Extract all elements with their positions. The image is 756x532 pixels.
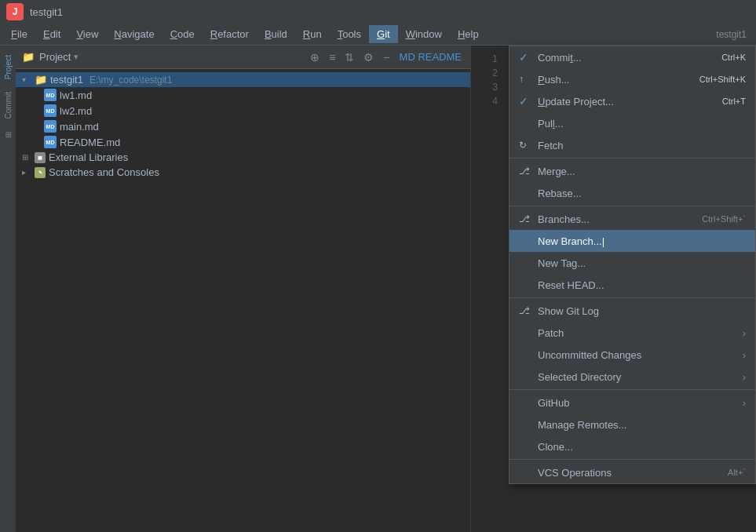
sidebar-tab-project[interactable]: Project — [2, 49, 14, 86]
menu-build[interactable]: Build — [257, 25, 295, 43]
git-menu-new-branch[interactable]: New Branch...| — [509, 230, 755, 252]
git-dropdown-menu: ✓ Commit... Ctrl+K ↑ Push... Ctrl+Shift+… — [509, 46, 756, 484]
branches-icon: ⎇ — [519, 213, 531, 224]
branches-label: Branches... — [538, 213, 696, 225]
menu-git-label: Git — [377, 28, 390, 40]
file-label-lw2: lw2.md — [60, 105, 92, 117]
line-num-2: 2 — [471, 66, 498, 80]
tree-item-main[interactable]: MD main.md — [16, 118, 470, 134]
git-menu-pull[interactable]: Pull... — [509, 112, 755, 134]
update-shortcut: Ctrl+T — [722, 97, 746, 106]
menu-run-label: Run — [303, 28, 322, 40]
update-check-icon: ✓ — [519, 95, 531, 107]
branches-shortcut: Ctrl+Shift+` — [702, 214, 746, 224]
git-menu-rebase[interactable]: Rebase... — [509, 182, 755, 204]
tree-item-lw2[interactable]: MD lw2.md — [16, 103, 470, 118]
git-menu-reset-head[interactable]: Reset HEAD... — [509, 274, 755, 296]
merge-icon: ⎇ — [519, 166, 531, 177]
git-menu-branches[interactable]: ⎇ Branches... Ctrl+Shift+` — [509, 208, 755, 230]
tree-item-scratches[interactable]: ▸ ✎ Scratches and Consoles — [16, 165, 470, 180]
menu-window[interactable]: Window — [398, 25, 450, 43]
side-icons: Project Commit ⊞ — [0, 46, 16, 532]
collapse-all-btn[interactable]: ≡ — [327, 49, 338, 65]
locate-file-btn[interactable]: ⊕ — [308, 49, 322, 65]
uncommitted-changes-label: Uncommitted Changes — [538, 349, 736, 361]
pull-label: Pull... — [538, 118, 746, 129]
ext-libs-icon: ▦ — [35, 152, 46, 163]
git-menu-update-project[interactable]: ✓ Update Project... Ctrl+T — [509, 90, 755, 112]
window-title: testgit1 — [30, 6, 63, 18]
file-icon-lw2: MD — [44, 104, 57, 117]
menu-refactor-label: Refactor — [210, 28, 249, 40]
git-menu-new-tag[interactable]: New Tag... — [509, 252, 755, 274]
menu-window-label: Window — [406, 28, 442, 40]
git-log-icon: ⎇ — [519, 305, 531, 316]
tree-item-ext-libs[interactable]: ⊞ ▦ External Libraries — [16, 150, 470, 165]
menu-file[interactable]: File — [3, 25, 35, 43]
menu-refactor[interactable]: Refactor — [203, 25, 257, 43]
git-menu-fetch[interactable]: ↻ Fetch — [509, 134, 755, 156]
selected-dir-arrow-icon: › — [743, 371, 746, 383]
panel-actions: ⊕ ≡ ⇅ ⚙ − MD README — [308, 49, 464, 65]
clone-label: Clone... — [538, 441, 746, 453]
menu-edit-label: Edit — [43, 28, 60, 40]
root-path: E:\my_code\testgit1 — [89, 75, 172, 86]
tree-item-lw1[interactable]: MD lw1.md — [16, 87, 470, 103]
git-menu-vcs-operations[interactable]: VCS Operations Alt+` — [509, 461, 755, 483]
menu-help[interactable]: Help — [450, 25, 487, 43]
push-label: Push... — [538, 74, 693, 86]
hide-panel-btn[interactable]: − — [381, 49, 392, 65]
file-icon-lw1: MD — [44, 89, 57, 101]
file-label-lw1: lw1.md — [60, 89, 92, 101]
tree-root-item[interactable]: ▾ 📁 testgit1 E:\my_code\testgit1 — [16, 72, 470, 87]
menu-navigate-label: Navigate — [114, 28, 154, 40]
expand-btn[interactable]: ⇅ — [342, 49, 356, 65]
git-menu-push[interactable]: ↑ Push... Ctrl+Shift+K — [509, 68, 755, 90]
menu-edit[interactable]: Edit — [35, 25, 68, 43]
root-folder-icon: 📁 — [35, 74, 47, 86]
root-label: testgit1 — [50, 74, 83, 86]
git-menu-show-git-log[interactable]: ⎇ Show Git Log — [509, 300, 755, 322]
separator-2 — [509, 206, 755, 206]
menu-tools-label: Tools — [338, 28, 361, 40]
git-menu-selected-directory[interactable]: Selected Directory › — [509, 366, 755, 388]
panel-title: Project ▾ — [39, 51, 79, 63]
git-menu-github[interactable]: GitHub › — [509, 392, 755, 414]
root-expand-arrow: ▾ — [22, 75, 31, 84]
sidebar-tab-structure[interactable]: ⊞ — [2, 126, 14, 144]
menu-file-label: File — [11, 28, 27, 40]
git-menu-patch[interactable]: Patch › — [509, 322, 755, 344]
manage-remotes-label: Manage Remotes... — [538, 419, 746, 431]
github-label: GitHub — [538, 397, 736, 409]
menu-code-label: Code — [170, 28, 195, 40]
fetch-icon: ↻ — [519, 140, 531, 151]
git-menu-commit[interactable]: ✓ Commit... Ctrl+K — [509, 46, 755, 68]
ext-libs-arrow: ⊞ — [22, 153, 31, 162]
readme-tab[interactable]: MD README — [397, 49, 464, 64]
uncommitted-arrow-icon: › — [743, 349, 746, 361]
panel-dropdown-arrow[interactable]: ▾ — [74, 52, 79, 62]
menu-navigate[interactable]: Navigate — [106, 25, 162, 43]
commit-check-icon: ✓ — [519, 51, 531, 64]
settings-btn[interactable]: ⚙ — [361, 49, 376, 65]
line-num-1: 1 — [471, 52, 498, 66]
tree-item-readme[interactable]: MD README.md — [16, 134, 470, 150]
menu-view[interactable]: View — [68, 25, 106, 43]
git-menu-clone[interactable]: Clone... — [509, 435, 755, 457]
menu-git[interactable]: Git — [369, 25, 398, 43]
menu-help-label: Help — [458, 28, 479, 40]
app-icon: J — [6, 3, 24, 20]
menu-run[interactable]: Run — [295, 25, 330, 43]
git-menu-manage-remotes[interactable]: Manage Remotes... — [509, 414, 755, 435]
show-git-log-label: Show Git Log — [538, 305, 746, 317]
file-label-main: main.md — [60, 121, 99, 133]
menu-code[interactable]: Code — [163, 25, 203, 43]
git-menu-uncommitted-changes[interactable]: Uncommitted Changes › — [509, 344, 755, 366]
menu-tools[interactable]: Tools — [330, 25, 369, 43]
github-arrow-icon: › — [743, 397, 746, 409]
sidebar-tab-commit[interactable]: Commit — [2, 86, 14, 125]
line-num-4: 4 — [471, 94, 498, 108]
file-icon-main: MD — [44, 120, 57, 133]
project-panel: 📁 Project ▾ ⊕ ≡ ⇅ ⚙ − MD README ▾ 📁 test… — [16, 46, 471, 532]
git-menu-merge[interactable]: ⎇ Merge... — [509, 160, 755, 182]
